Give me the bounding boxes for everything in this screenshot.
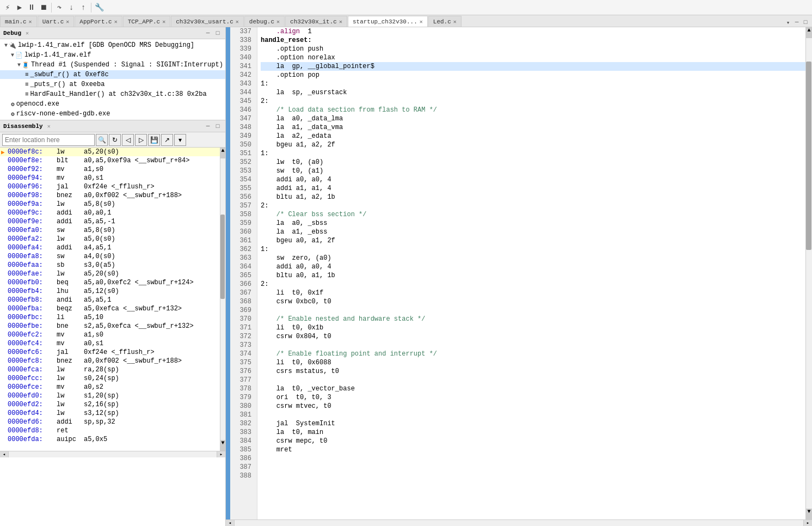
code-line: .option norelax: [261, 53, 805, 62]
step-into-icon[interactable]: ↓: [66, 2, 77, 13]
disasm-min-icon[interactable]: ─: [204, 122, 212, 131]
code-line: 2:: [261, 97, 805, 106]
code-editor-body: 337 338 339 340 341 342 343 344 345 346 …: [226, 27, 812, 519]
disasm-line: 0000efd6: addi sp,sp,32: [0, 418, 220, 426]
debug-max-icon[interactable]: □: [213, 29, 222, 38]
toolbar-icon-5[interactable]: 🔧: [94, 2, 104, 13]
tab-tcp-app-c[interactable]: TCP_APP.c ✕: [123, 16, 170, 27]
step-out-icon[interactable]: ↑: [78, 2, 89, 13]
disasm-ops: 0xf24e <_fflush_r>: [84, 348, 219, 356]
line-number: 353: [230, 167, 254, 175]
code-h-scroll-left-btn[interactable]: ◂: [226, 520, 235, 526]
step-over-icon[interactable]: ↷: [54, 2, 65, 13]
scroll-up-btn[interactable]: ▲: [220, 148, 225, 158]
tab-bar-menu-icon[interactable]: ▾: [784, 18, 792, 27]
disasm-refresh-btn[interactable]: ↻: [109, 134, 121, 146]
code-h-scroll-right-btn[interactable]: ▸: [803, 520, 812, 526]
disasm-line: 0000efd0: lw s1,20(sp): [0, 392, 220, 400]
tab-appport-c[interactable]: AppPort.c ✕: [75, 16, 122, 27]
code-v-scrollbar[interactable]: ▲ ▼: [805, 27, 812, 519]
disasm-ops: a5,0x5: [84, 436, 219, 443]
disasm-line: 0000ef9e: addi a5,a5,-1: [0, 217, 220, 226]
tab-close-icon[interactable]: ✕: [66, 19, 69, 25]
tab-close-icon[interactable]: ✕: [29, 19, 32, 25]
h-scroll-left-btn[interactable]: ◂: [0, 451, 9, 457]
tree-item-root[interactable]: ▼ 🔌 lwip-1.41_raw.elf [GDB OpenOCD MRS D…: [0, 40, 225, 50]
disassembly-panel: Disassembly ✕ ─ □ 🔍 ↻ ◁ ▷ 💾 ↗ ▾: [0, 120, 225, 457]
disasm-mnem: mv: [57, 340, 84, 347]
tab-label: Uart.c: [42, 19, 64, 25]
tab-close-icon[interactable]: ✕: [236, 19, 239, 25]
tab-close-icon[interactable]: ✕: [339, 19, 342, 25]
disasm-addr: 0000efd8:: [8, 427, 57, 435]
toolbar-icon-3[interactable]: ⏸: [26, 2, 37, 13]
disasm-max-icon[interactable]: □: [213, 122, 222, 131]
tree-item-label: _swbuf_r() at 0xef8c: [30, 71, 109, 78]
toolbar-icon-4[interactable]: ⏹: [38, 2, 49, 13]
code-h-scroll-track: [235, 520, 803, 526]
disasm-export-btn[interactable]: ↗: [161, 134, 173, 146]
code-line: sw zero, (a0): [261, 254, 805, 262]
tab-ch32v30x-it-c[interactable]: ch32v30x_it.c ✕: [285, 16, 347, 27]
code-scroll-down-btn[interactable]: ▼: [806, 509, 812, 519]
line-number: 338: [230, 36, 254, 45]
tab-ch32v30x-usart-c[interactable]: ch32v30x_usart.c ✕: [171, 16, 244, 27]
scroll-thumb[interactable]: [220, 215, 225, 299]
tree-item-thread[interactable]: ▼ 🧵 Thread #1 (Suspended : Signal : SIGI…: [0, 60, 225, 70]
tab-close-icon[interactable]: ✕: [453, 19, 457, 25]
disasm-toolbar: 🔍 ↻ ◁ ▷ 💾 ↗ ▾: [0, 132, 225, 148]
disasm-search-btn[interactable]: 🔍: [96, 134, 108, 146]
scroll-down-btn[interactable]: ▼: [220, 440, 225, 451]
tab-uart-c[interactable]: Uart.c ✕: [38, 16, 75, 27]
disasm-menu-btn[interactable]: ▾: [174, 134, 186, 146]
disasm-ops: a5,0xefca <__swbuf_r+132>: [84, 305, 219, 313]
line-number: 364: [230, 262, 254, 271]
disasm-mnem: addi: [57, 418, 84, 426]
scroll-track: [220, 158, 225, 440]
line-number: 342: [230, 71, 254, 79]
disasm-addr: 0000efce:: [8, 383, 57, 391]
tree-item-elf[interactable]: ▼ 📄 lwip-1.41_raw.elf: [0, 50, 225, 60]
code-scroll-up-btn[interactable]: ▲: [806, 27, 812, 38]
tree-item-puts[interactable]: ≡ _puts_r() at 0xeeba: [0, 79, 225, 89]
code-line: la t0, main: [261, 428, 805, 437]
disasm-location-input[interactable]: [2, 134, 95, 146]
disasm-line: 0000ef98: bnez a0,0xf002 <__swbuf_r+188>: [0, 191, 220, 200]
tab-close-icon[interactable]: ✕: [114, 19, 118, 25]
code-line: bltu a0, a1, 1b: [261, 271, 805, 280]
toolbar-icon-1[interactable]: ⚡: [2, 2, 13, 13]
tab-close-icon[interactable]: ✕: [162, 19, 165, 25]
line-number: 363: [230, 254, 254, 262]
line-number: 385: [230, 445, 254, 454]
tree-item-openocd[interactable]: ⚙ openocd.exe: [0, 99, 225, 109]
tree-item-swbuf[interactable]: ≡ _swbuf_r() at 0xef8c: [0, 70, 225, 79]
code-scroll-thumb[interactable]: [806, 62, 811, 250]
tab-main-c[interactable]: main.c ✕: [0, 16, 37, 27]
tree-item-gdb[interactable]: ⚙ riscv-none-embed-gdb.exe: [0, 109, 225, 119]
tab-label: debug.c: [249, 19, 274, 25]
code-scroll-track: [806, 38, 812, 509]
tab-bar-min-icon[interactable]: ─: [792, 18, 801, 27]
disasm-mnem: mv: [57, 331, 84, 339]
disasm-mnem: blt: [57, 157, 84, 164]
disasm-ops: a5,10: [84, 314, 219, 321]
line-number: 346: [230, 106, 254, 114]
debug-min-icon[interactable]: ─: [204, 29, 212, 38]
tab-debug-c[interactable]: debug.c ✕: [244, 16, 285, 27]
code-line: 1:: [261, 149, 805, 158]
toolbar-icon-2[interactable]: ▶: [14, 2, 25, 13]
tab-startup[interactable]: startup_ch32v30... ✕: [348, 16, 428, 27]
disasm-save-btn[interactable]: 💾: [148, 134, 160, 146]
disasm-nav-next-btn[interactable]: ▷: [135, 134, 147, 146]
disasm-nav-prev-btn[interactable]: ◁: [122, 134, 134, 146]
disasm-scrollbar[interactable]: ▲ ▼: [220, 148, 225, 451]
disasm-addr: 0000efbe:: [8, 322, 57, 330]
tab-bar-max-icon[interactable]: □: [801, 18, 810, 27]
tab-led-c[interactable]: Led.c ✕: [428, 16, 462, 27]
tab-close-icon[interactable]: ✕: [420, 19, 423, 25]
tab-close-icon[interactable]: ✕: [276, 19, 280, 25]
h-scroll-right-btn[interactable]: ▸: [217, 451, 225, 457]
disasm-addr: 0000efda:: [8, 436, 57, 443]
tree-item-hardfault[interactable]: ≡ HardFault_Handler() at ch32v30x_it.c:3…: [0, 89, 225, 99]
disasm-ops: s3,0(a5): [84, 261, 219, 269]
